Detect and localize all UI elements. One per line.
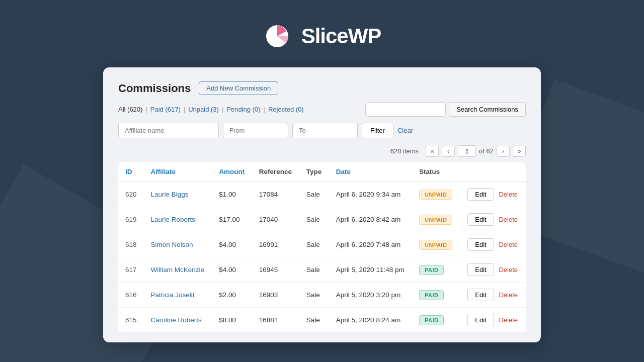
search-area: Search Commissions (365, 102, 526, 117)
search-input[interactable] (365, 102, 446, 117)
main-card: Commissions Add New Commission All (620)… (103, 67, 541, 342)
table-row: 618 Simon Nelson $4.00 16991 Sale April … (118, 232, 526, 257)
filter-bar: All (620) | Paid (617) | Unpaid (3) | Pe… (118, 102, 526, 117)
logo-icon (263, 20, 293, 52)
cell-date: April 6, 2020 8:42 am (329, 207, 412, 232)
pagination-row: 620 items « ‹ of 62 › » (118, 145, 526, 157)
commissions-table-wrapper: ID Affiliate Amount Reference Type Date … (118, 162, 526, 332)
of-label: of 62 (479, 147, 494, 155)
items-count: 620 items (390, 147, 419, 155)
cell-date: April 6, 2020 7:48 am (329, 232, 412, 257)
filter-paid[interactable]: Paid (617) (150, 106, 181, 113)
inputs-row: Filter Clear (118, 123, 526, 138)
delete-button[interactable]: Delete (498, 189, 519, 200)
cell-actions: Edit Delete (460, 182, 526, 207)
cell-reference: 16945 (252, 257, 299, 283)
cell-affiliate: Laurie Roberts (144, 207, 212, 232)
cell-reference: 16881 (252, 308, 299, 333)
cell-affiliate: Caroline Roberts (144, 308, 212, 333)
table-header-row: ID Affiliate Amount Reference Type Date … (118, 162, 526, 182)
cell-id: 616 (118, 283, 144, 308)
delete-button[interactable]: Delete (498, 239, 519, 250)
cell-actions: Edit Delete (460, 257, 526, 283)
cell-amount: $17.00 (212, 207, 252, 232)
delete-button[interactable]: Delete (498, 289, 519, 301)
cell-id: 619 (118, 207, 144, 232)
cell-amount: $2.00 (212, 283, 252, 308)
cell-affiliate: Simon Nelson (144, 232, 212, 257)
delete-button[interactable]: Delete (498, 264, 519, 276)
logo-header: SliceWP (263, 0, 381, 67)
cell-type: Sale (299, 182, 329, 207)
from-date-input[interactable] (223, 123, 288, 138)
clear-link[interactable]: Clear (397, 127, 413, 134)
table-row: 615 Caroline Roberts $8.00 16881 Sale Ap… (118, 308, 526, 333)
cell-status: UNPAID (412, 182, 460, 207)
cell-type: Sale (299, 257, 329, 283)
page-last-button[interactable]: » (513, 146, 526, 157)
cell-reference: 17084 (252, 182, 299, 207)
cell-id: 620 (118, 182, 144, 207)
cell-actions: Edit Delete (460, 232, 526, 257)
affiliate-link[interactable]: Patricia Joselit (151, 291, 195, 299)
cell-id: 618 (118, 232, 144, 257)
affiliate-link[interactable]: Caroline Roberts (151, 316, 202, 324)
col-actions (460, 162, 526, 182)
logo-text: SliceWP (301, 24, 381, 48)
col-amount: Amount (212, 162, 252, 182)
cell-reference: 16903 (252, 283, 299, 308)
edit-button[interactable]: Edit (467, 263, 494, 276)
page-number-input[interactable] (458, 145, 476, 157)
cell-date: April 5, 2020 11:48 pm (329, 257, 412, 283)
affiliate-link[interactable]: Laurie Roberts (151, 216, 196, 223)
page-next-button[interactable]: › (497, 146, 510, 157)
filter-all[interactable]: All (620) (118, 106, 142, 113)
cell-reference: 16991 (252, 232, 299, 257)
cell-actions: Edit Delete (460, 308, 526, 333)
cell-type: Sale (299, 207, 329, 232)
edit-button[interactable]: Edit (467, 213, 494, 226)
status-badge: UNPAID (419, 215, 452, 225)
cell-reference: 17040 (252, 207, 299, 232)
table-row: 619 Laurie Roberts $17.00 17040 Sale Apr… (118, 207, 526, 232)
affiliate-link[interactable]: Laurie Biggs (151, 191, 189, 198)
col-date: Date (329, 162, 412, 182)
col-status: Status (412, 162, 460, 182)
add-commission-button[interactable]: Add New Commission (199, 81, 278, 95)
cell-type: Sale (299, 283, 329, 308)
affiliate-name-input[interactable] (118, 123, 219, 138)
cell-amount: $8.00 (212, 308, 252, 333)
cell-status: PAID (412, 283, 460, 308)
edit-button[interactable]: Edit (467, 238, 494, 251)
edit-button[interactable]: Edit (467, 314, 494, 326)
card-header: Commissions Add New Commission (118, 81, 526, 95)
col-affiliate: Affiliate (144, 162, 212, 182)
cell-id: 615 (118, 308, 144, 333)
page-prev-button[interactable]: ‹ (442, 146, 455, 157)
filter-rejected[interactable]: Rejected (0) (268, 106, 304, 113)
status-badge: UNPAID (419, 240, 452, 250)
cell-affiliate: Patricia Joselit (144, 283, 212, 308)
filter-pending[interactable]: Pending (0) (226, 106, 260, 113)
affiliate-link[interactable]: Simon Nelson (151, 241, 193, 248)
cell-status: PAID (412, 257, 460, 283)
search-commissions-button[interactable]: Search Commissions (449, 102, 526, 117)
filter-unpaid[interactable]: Unpaid (3) (188, 106, 219, 113)
delete-button[interactable]: Delete (498, 214, 519, 225)
status-badge: PAID (419, 265, 444, 275)
commissions-table: ID Affiliate Amount Reference Type Date … (118, 162, 526, 332)
page-first-button[interactable]: « (426, 146, 439, 157)
col-type: Type (299, 162, 329, 182)
cell-date: April 6, 2020 9:34 am (329, 182, 412, 207)
cell-status: PAID (412, 308, 460, 333)
affiliate-link[interactable]: William McKenzie (151, 266, 205, 274)
delete-button[interactable]: Delete (498, 314, 519, 326)
cell-affiliate: Laurie Biggs (144, 182, 212, 207)
filter-button[interactable]: Filter (362, 123, 393, 138)
cell-status: UNPAID (412, 207, 460, 232)
to-date-input[interactable] (292, 123, 358, 138)
cell-id: 617 (118, 257, 144, 283)
edit-button[interactable]: Edit (467, 289, 494, 301)
edit-button[interactable]: Edit (467, 188, 494, 201)
cell-status: UNPAID (412, 232, 460, 257)
